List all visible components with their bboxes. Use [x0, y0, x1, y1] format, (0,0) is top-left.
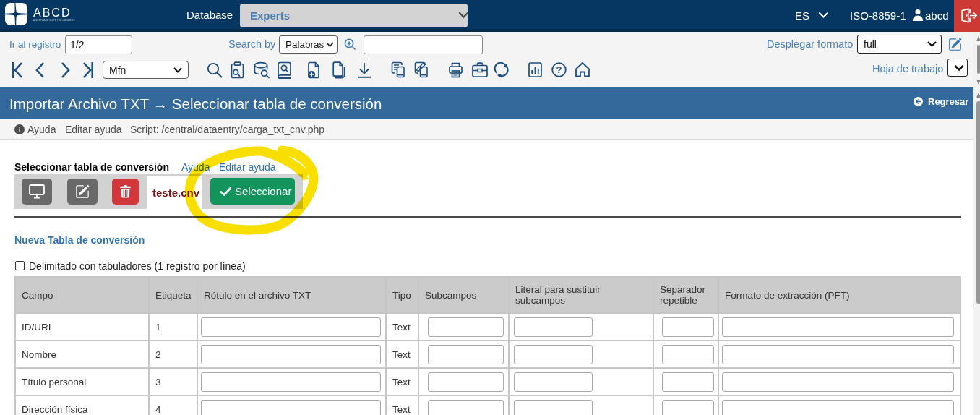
svg-text:?: ? — [556, 64, 562, 75]
svg-text:i: i — [19, 126, 21, 134]
